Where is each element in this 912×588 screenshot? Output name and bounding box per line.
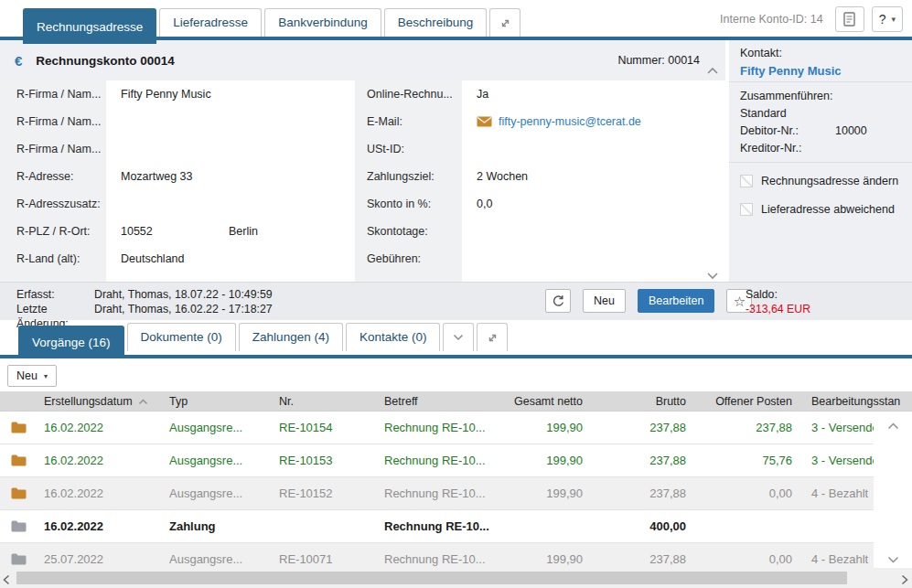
scroll-up-icon[interactable] bbox=[887, 417, 899, 433]
scroll-left-icon[interactable] bbox=[3, 572, 10, 588]
folder-icon bbox=[11, 454, 27, 466]
debitor-label: Debitor-Nr.: bbox=[740, 123, 835, 140]
column-header-label: Betreff bbox=[384, 395, 418, 408]
address-label-2: R-Firma / Nam... bbox=[0, 143, 106, 155]
help-button[interactable]: ? ▾ bbox=[872, 6, 903, 32]
column-header-Offener Posten[interactable]: Offener Posten bbox=[689, 395, 795, 408]
billing-label-1: E-Mail: bbox=[355, 115, 462, 128]
billing-row-3: Zahlungsziel:2 Wochen bbox=[355, 163, 721, 190]
checkbox-icon[interactable] bbox=[740, 203, 753, 216]
new-item-dropdown[interactable]: Neu ▾ bbox=[7, 365, 57, 387]
notes-button[interactable] bbox=[835, 6, 864, 32]
expand-tabs-icon[interactable] bbox=[489, 8, 520, 37]
table-horizontal-scrollbar[interactable] bbox=[0, 568, 912, 588]
scrollbar-thumb[interactable] bbox=[16, 572, 847, 584]
scroll-right-icon[interactable] bbox=[901, 572, 908, 588]
scroll-up-icon[interactable] bbox=[706, 62, 719, 79]
cell-nr: RE-10153 bbox=[272, 454, 377, 467]
chevron-down-icon bbox=[453, 334, 464, 341]
column-header-Betreff[interactable]: Betreff bbox=[377, 395, 494, 408]
billing-value-1[interactable]: fifty-penny-music@tcerat.de bbox=[462, 115, 641, 128]
merge-value: Standard bbox=[740, 105, 901, 123]
top-tab-bar: RechnungsadresseLieferadresseBankverbind… bbox=[0, 0, 912, 40]
table-vertical-scrollbar[interactable] bbox=[874, 412, 912, 568]
table-row[interactable]: 16.02.2022Ausgangsre...RE-10154Rechnung … bbox=[0, 412, 912, 444]
checkbox-icon[interactable] bbox=[740, 175, 753, 187]
detail-tab-3[interactable]: Kontakte (0) bbox=[346, 323, 441, 351]
folder-icon bbox=[11, 487, 27, 499]
detail-tab-1[interactable]: Dokumente (0) bbox=[127, 323, 236, 351]
record-number: Nummer: 00014 bbox=[617, 54, 711, 67]
new-button[interactable]: Neu bbox=[583, 289, 626, 313]
address-value-text-5: 10552 bbox=[121, 225, 222, 238]
column-header-label: Gesamt netto bbox=[514, 395, 583, 408]
document-icon bbox=[843, 12, 855, 27]
checkbox-label-1: Lieferadresse abweichend bbox=[761, 203, 895, 216]
column-header-Bearbeitungsstan[interactable]: Bearbeitungsstan bbox=[795, 395, 912, 408]
refresh-button[interactable] bbox=[545, 289, 571, 313]
column-header-Nr.[interactable]: Nr. bbox=[272, 395, 377, 408]
billing-label-0: Online-Rechnu... bbox=[355, 88, 462, 101]
top-tab-3[interactable]: Beschreibung bbox=[384, 8, 488, 37]
column-header-Typ[interactable]: Typ bbox=[162, 395, 272, 408]
star-icon: ☆ bbox=[734, 294, 746, 308]
record-header: € Rechnungskonto 00014 Nummer: 00014 bbox=[0, 40, 725, 80]
top-tab-2[interactable]: Bankverbindung bbox=[264, 8, 381, 37]
cell-date: 25.07.2022 bbox=[37, 552, 162, 566]
column-header-label: Nr. bbox=[279, 395, 294, 408]
address-options-section: Rechnungsadresse ändernLieferadresse abw… bbox=[729, 163, 912, 243]
form-address-column: R-Firma / Nam...Fifty Penny MusicR-Firma… bbox=[0, 80, 355, 273]
record-status-bar: Erfasst: Draht, Thomas, 18.07.22 - 10:49… bbox=[0, 282, 912, 320]
cell-nr: RE-10152 bbox=[272, 486, 377, 500]
billing-value-4: 0,0 bbox=[462, 198, 492, 210]
address-value-3: Mozartweg 33 bbox=[106, 170, 193, 183]
address-row-0: R-Firma / Nam...Fifty Penny Music bbox=[0, 80, 355, 108]
column-header-Brutto[interactable]: Brutto bbox=[585, 395, 689, 408]
table-row[interactable]: 16.02.2022Ausgangsre...RE-10153Rechnung … bbox=[0, 444, 912, 477]
address-row-6: R-Land (alt):Deutschland bbox=[0, 245, 355, 273]
table-body: 16.02.2022Ausgangsre...RE-10154Rechnung … bbox=[0, 412, 912, 576]
cell-nr: RE-10154 bbox=[272, 421, 377, 434]
expand-detail-tabs-icon[interactable] bbox=[477, 323, 508, 351]
new-item-label: Neu bbox=[16, 369, 38, 382]
address-label-6: R-Land (alt): bbox=[0, 252, 106, 265]
cell-netto: 199,90 bbox=[494, 421, 585, 434]
column-header-Erstellungsdatum[interactable]: Erstellungsdatum bbox=[37, 395, 162, 408]
top-tab-1[interactable]: Lieferadresse bbox=[159, 8, 262, 37]
table-row[interactable]: 16.02.2022Ausgangsre...RE-10152Rechnung … bbox=[0, 477, 912, 510]
cell-brutto: 237,88 bbox=[585, 552, 689, 566]
top-tabs: RechnungsadresseLieferadresseBankverbind… bbox=[0, 0, 520, 40]
address-label-0: R-Firma / Nam... bbox=[0, 88, 106, 101]
envelope-icon bbox=[477, 116, 492, 127]
detail-tab-2[interactable]: Zahlungen (4) bbox=[239, 323, 343, 351]
address-row-3: R-Adresse:Mozartweg 33 bbox=[0, 163, 355, 190]
top-tab-0[interactable]: Rechnungsadresse bbox=[23, 8, 156, 44]
table-row[interactable]: 16.02.2022ZahlungRechnung RE-10...400,00 bbox=[0, 510, 912, 543]
edit-button[interactable]: Bearbeiten bbox=[638, 289, 714, 313]
kontakt-link[interactable]: Fifty Penny Music bbox=[740, 64, 901, 78]
cell-typ: Ausgangsre... bbox=[162, 486, 272, 500]
more-tabs-button[interactable] bbox=[443, 323, 474, 351]
column-header-label: Bearbeitungsstan bbox=[811, 395, 900, 408]
column-header-label: Brutto bbox=[656, 395, 686, 408]
folder-cell bbox=[0, 487, 37, 499]
created-label: Erfasst: bbox=[16, 287, 94, 302]
created-value: Draht, Thomas, 18.07.22 - 10:49:59 bbox=[94, 287, 273, 302]
column-header-Gesamt netto[interactable]: Gesamt netto bbox=[494, 395, 585, 408]
account-numbers-section: Zusammenführen: Standard Debitor-Nr.: 10… bbox=[729, 82, 912, 163]
billing-label-3: Zahlungsziel: bbox=[355, 170, 462, 183]
billing-value-3: 2 Wochen bbox=[462, 170, 528, 183]
scroll-down-icon[interactable] bbox=[706, 267, 719, 283]
saldo-block: Saldo: -313,64 EUR bbox=[746, 287, 810, 316]
cell-date: 16.02.2022 bbox=[37, 519, 162, 533]
contact-side-panel: Kontakt: Fifty Penny Music Zusammenführe… bbox=[729, 40, 912, 282]
cell-betreff: Rechnung RE-10... bbox=[377, 486, 494, 500]
billing-label-2: USt-ID: bbox=[355, 143, 462, 155]
billing-row-5: Skontotage: bbox=[355, 218, 721, 245]
help-label: ? bbox=[879, 12, 886, 27]
detail-tab-0[interactable]: Vorgänge (16) bbox=[18, 326, 124, 358]
cell-brutto: 237,88 bbox=[585, 421, 689, 434]
billing-label-6: Gebühren: bbox=[355, 252, 462, 265]
scroll-down-icon[interactable] bbox=[887, 551, 899, 567]
address-value2-text-5: Berlin bbox=[229, 225, 258, 238]
